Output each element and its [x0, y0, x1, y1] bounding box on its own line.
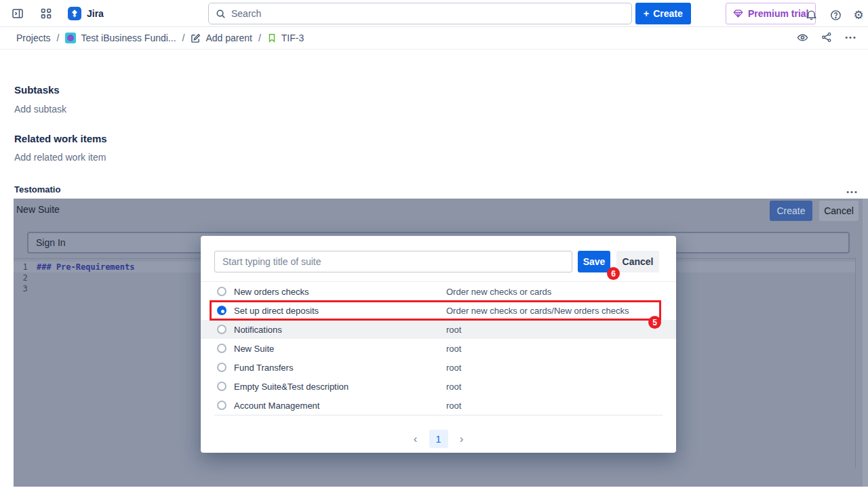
suite-create-button[interactable]: Create — [770, 201, 812, 221]
suite-title-input[interactable] — [214, 251, 572, 272]
suite-list: New orders checks Order new checks or ca… — [201, 282, 676, 415]
scrollbar-track[interactable] — [863, 199, 868, 487]
save-button[interactable]: Save — [578, 251, 610, 272]
radio-icon[interactable] — [217, 363, 226, 372]
plus-icon: + — [644, 8, 649, 19]
suite-row[interactable]: Fund Transfers root — [201, 358, 676, 377]
breadcrumb-separator: / — [182, 33, 185, 43]
divider — [214, 415, 663, 415]
search-icon — [216, 9, 226, 19]
create-button[interactable]: + Create — [635, 3, 691, 24]
annotation-badge-5: 5 — [648, 316, 661, 329]
suite-row-selected[interactable]: Set up direct deposits Order new checks … — [201, 301, 676, 320]
help-icon[interactable] — [826, 5, 845, 24]
radio-icon[interactable] — [217, 287, 226, 296]
breadcrumb-project[interactable]: Test iBusiness Fundi... — [65, 33, 176, 43]
sidebar-toggle-icon[interactable] — [8, 4, 27, 23]
page-number-button[interactable]: 1 — [429, 430, 448, 448]
radio-selected-icon[interactable] — [217, 306, 226, 315]
new-suite-title: New Suite — [16, 204, 60, 215]
breadcrumb-separator: / — [258, 33, 261, 43]
project-avatar — [65, 33, 76, 43]
share-icon[interactable] — [818, 28, 835, 46]
global-search[interactable] — [208, 3, 632, 24]
top-navigation: Jira + Create Premium trial — [0, 0, 868, 27]
prev-page-icon[interactable]: ‹ — [408, 430, 423, 448]
edit-icon — [191, 33, 201, 43]
breadcrumb: Projects / Test iBusiness Fundi... / Add… — [0, 27, 868, 49]
suite-row[interactable]: Account Management root — [201, 396, 676, 415]
story-bookmark-icon — [267, 33, 277, 43]
app-name: Jira — [87, 8, 104, 19]
add-related-item-link[interactable]: Add related work item — [14, 152, 106, 163]
subtasks-heading: Subtasks — [14, 84, 60, 96]
add-subtask-link[interactable]: Add subtask — [14, 104, 66, 115]
search-input[interactable] — [231, 8, 625, 19]
breadcrumb-separator: / — [57, 33, 60, 43]
editor-scrollbar[interactable] — [855, 258, 856, 468]
notifications-icon[interactable] — [802, 5, 821, 24]
app-switcher-icon[interactable] — [37, 4, 56, 23]
next-page-icon[interactable]: › — [454, 430, 469, 448]
radio-icon[interactable] — [217, 401, 226, 410]
suite-picker-dialog: Save Cancel New orders checks Order new … — [201, 236, 676, 453]
radio-icon[interactable] — [217, 325, 226, 334]
watch-eye-icon[interactable] — [793, 28, 811, 46]
breadcrumb-projects[interactable]: Projects — [16, 33, 51, 43]
cancel-button[interactable]: Cancel — [616, 251, 659, 272]
suite-cancel-button[interactable]: Cancel — [819, 201, 859, 221]
radio-icon[interactable] — [217, 382, 226, 391]
jira-page: Jira + Create Premium trial — [0, 0, 868, 488]
gem-icon — [733, 9, 743, 18]
app-logo[interactable]: Jira — [68, 7, 104, 20]
suite-row[interactable]: Empty Suite&Test description root — [201, 377, 676, 396]
pagination: ‹ 1 › — [201, 430, 676, 448]
jira-logo-icon — [68, 7, 81, 20]
testomatio-heading: Testomatio — [14, 184, 60, 195]
radio-icon[interactable] — [217, 344, 226, 353]
related-items-heading: Related work items — [14, 133, 107, 144]
suite-row[interactable]: New Suite root — [201, 339, 676, 358]
breadcrumb-issue[interactable]: TIF-3 — [267, 33, 304, 43]
annotation-badge-6: 6 — [607, 267, 620, 280]
breadcrumb-add-parent[interactable]: Add parent — [191, 33, 252, 43]
more-actions-icon[interactable]: ••• — [842, 28, 860, 46]
settings-gear-icon[interactable]: ⚙ — [849, 5, 868, 24]
suite-row[interactable]: Notifications root — [201, 320, 676, 339]
suite-row[interactable]: New orders checks Order new checks or ca… — [201, 282, 676, 301]
